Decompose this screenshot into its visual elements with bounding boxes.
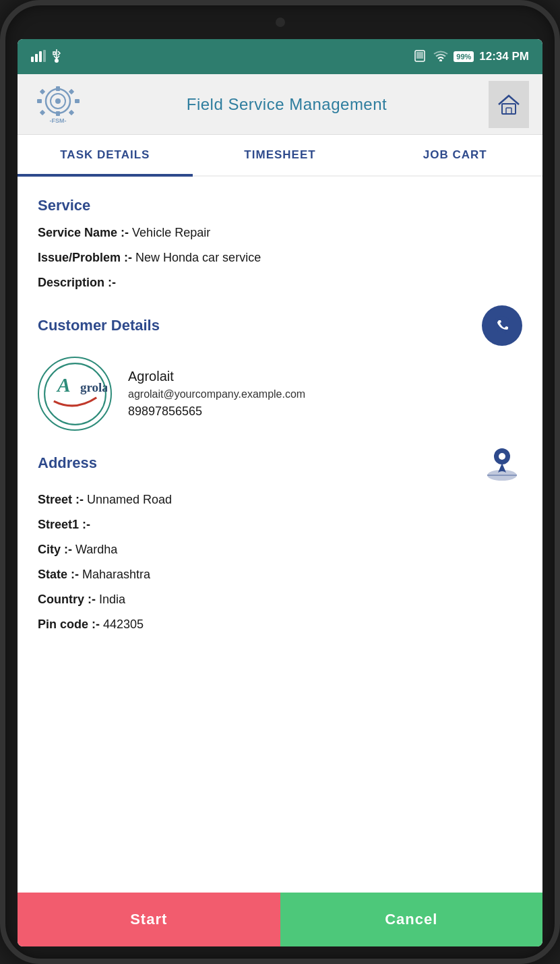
- customer-email: agrolait@yourcompany.example.com: [128, 388, 522, 400]
- service-section-title: Service: [38, 197, 522, 214]
- svg-point-27: [499, 453, 505, 460]
- svg-rect-21: [506, 108, 511, 114]
- tab-job-cart[interactable]: JOB CART: [367, 135, 542, 175]
- description-row: Description :-: [38, 274, 522, 292]
- svg-rect-11: [56, 86, 60, 91]
- status-right: 99% 12:34 PM: [414, 50, 529, 64]
- state-row: State :- Maharashtra: [38, 566, 522, 584]
- svg-rect-20: [502, 104, 516, 114]
- svg-text:grolait: grolait: [80, 380, 106, 394]
- svg-text:-FSM-: -FSM-: [49, 117, 66, 124]
- city-label: City :-: [38, 543, 72, 556]
- app-header: -FSM- Field Service Management: [18, 74, 542, 135]
- issue-row: Issue/Problem :- New Honda car service: [38, 249, 522, 267]
- svg-rect-12: [56, 111, 60, 116]
- city-value: Wardha: [75, 543, 117, 556]
- address-header: Address: [38, 444, 522, 481]
- cancel-button[interactable]: Cancel: [280, 893, 543, 946]
- svg-rect-2: [39, 51, 42, 62]
- start-button[interactable]: Start: [18, 893, 280, 946]
- tab-bar: TASK DETAILS TIMESHEET JOB CART: [18, 135, 542, 177]
- customer-details-text: Agrolait agrolait@yourcompany.example.co…: [128, 369, 522, 419]
- svg-rect-16: [68, 89, 73, 94]
- tablet-icon: [414, 50, 428, 64]
- svg-rect-18: [68, 110, 73, 115]
- pincode-label: Pin code :-: [38, 617, 100, 631]
- fsm-logo: -FSM-: [31, 81, 85, 128]
- customer-name: Agrolait: [128, 369, 522, 384]
- svg-rect-0: [31, 57, 34, 62]
- service-name-value: Vehicle Repair: [132, 226, 210, 239]
- wifi-icon: [433, 51, 448, 63]
- svg-rect-6: [416, 52, 423, 59]
- map-button[interactable]: [482, 444, 522, 481]
- svg-point-7: [439, 59, 442, 61]
- country-label: Country :-: [38, 593, 96, 606]
- country-row: Country :- India: [38, 591, 522, 609]
- status-left: [31, 49, 62, 65]
- svg-rect-3: [43, 50, 46, 62]
- svg-rect-15: [39, 89, 44, 94]
- street-row: Street :- Unnamed Road: [38, 491, 522, 509]
- usb-icon: [51, 49, 62, 65]
- city-row: City :- Wardha: [38, 541, 522, 559]
- customer-header: Customer Details: [38, 305, 522, 346]
- customer-phone: 89897856565: [128, 404, 522, 419]
- svg-rect-13: [37, 99, 42, 103]
- street1-row: Street1 :-: [38, 516, 522, 534]
- svg-text:A: A: [56, 374, 71, 396]
- clock: 12:34 PM: [479, 50, 529, 63]
- svg-rect-14: [75, 99, 80, 103]
- customer-section-title: Customer Details: [38, 317, 160, 334]
- issue-label: Issue/Problem :-: [38, 251, 132, 264]
- customer-info: grolait A Agrolait agrolait@yourcompany.…: [38, 357, 522, 431]
- tab-task-details[interactable]: TASK DETAILS: [18, 135, 193, 175]
- app-title: Field Service Management: [187, 95, 387, 114]
- customer-logo: grolait A: [38, 357, 112, 431]
- call-button[interactable]: [482, 305, 522, 346]
- svg-rect-17: [39, 110, 44, 115]
- status-bar: 99% 12:34 PM: [18, 39, 542, 74]
- battery-indicator: 99%: [454, 51, 474, 62]
- home-button[interactable]: [489, 81, 529, 128]
- street1-label: Street1 :-: [38, 518, 90, 531]
- state-label: State :-: [38, 568, 79, 581]
- street-label: Street :-: [38, 493, 84, 506]
- svg-rect-1: [35, 54, 38, 62]
- description-label: Description :-: [38, 276, 116, 289]
- street-value: Unnamed Road: [87, 493, 172, 506]
- pincode-value: 442305: [103, 617, 144, 631]
- pincode-row: Pin code :- 442305: [38, 615, 522, 634]
- address-section-title: Address: [38, 454, 97, 472]
- signal-icon: [31, 50, 46, 64]
- service-name-label: Service Name :-: [38, 226, 129, 239]
- country-value: India: [99, 593, 125, 606]
- main-content: Service Service Name :- Vehicle Repair I…: [18, 177, 542, 893]
- bottom-buttons: Start Cancel: [18, 893, 542, 946]
- tab-timesheet[interactable]: TIMESHEET: [193, 135, 368, 175]
- svg-point-4: [55, 59, 59, 63]
- svg-point-10: [55, 98, 61, 104]
- state-value: Maharashtra: [82, 568, 150, 581]
- service-name-row: Service Name :- Vehicle Repair: [38, 224, 522, 242]
- issue-value: New Honda car service: [135, 251, 261, 264]
